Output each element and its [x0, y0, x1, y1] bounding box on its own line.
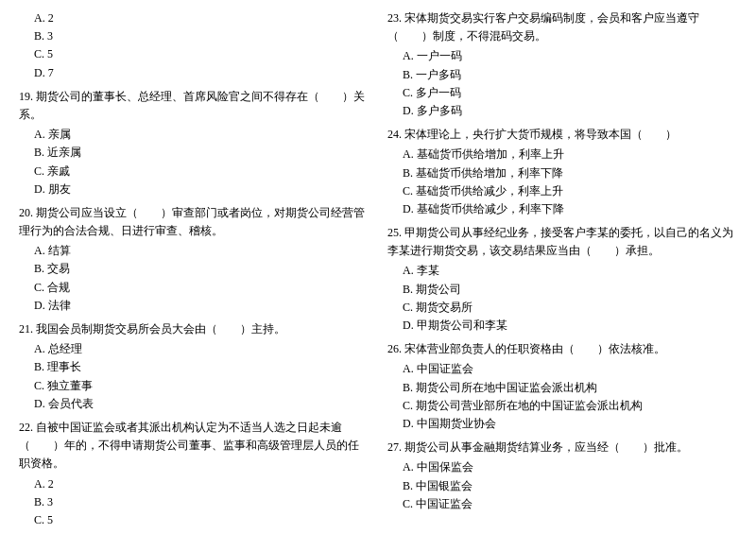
option-a1-d: D. 7 [19, 64, 369, 82]
option-24-d: D. 基础货币供给减少，利率下降 [387, 200, 737, 218]
question-26-title: 26. 宋体营业部负责人的任职资格由（ ）依法核准。 [387, 340, 737, 358]
option-26-b: B. 期货公司所在地中国证监会派出机构 [387, 379, 737, 397]
question-23-title: 23. 宋体期货交易实行客户交易编码制度，会员和客户应当遵守（ ）制度，不得混码… [387, 9, 737, 45]
option-20-c: C. 合规 [19, 279, 369, 297]
question-block-26: 26. 宋体营业部负责人的任职资格由（ ）依法核准。 A. 中国证监会 B. 期… [387, 340, 737, 433]
option-25-a: A. 李某 [387, 262, 737, 280]
option-27-a: A. 中国保监会 [387, 458, 737, 476]
question-19-title: 19. 期货公司的董事长、总经理、首席风险官之间不得存在（ ）关系。 [19, 88, 369, 124]
option-23-a: A. 一户一码 [387, 47, 737, 65]
option-27-b: B. 中国银监会 [387, 477, 737, 495]
question-21-title: 21. 我国会员制期货交易所会员大会由（ ）主持。 [19, 320, 369, 338]
option-a1-c: C. 5 [19, 45, 369, 63]
question-block-25: 25. 甲期货公司从事经纪业务，接受客户李某的委托，以自己的名义为李某进行期货交… [387, 224, 737, 335]
option-27-c: C. 中国证监会 [387, 495, 737, 513]
question-block-21: 21. 我国会员制期货交易所会员大会由（ ）主持。 A. 总经理 B. 理事长 … [19, 320, 369, 413]
option-23-c: C. 多户一码 [387, 84, 737, 102]
question-22-title: 22. 自被中国证监会或者其派出机构认定为不适当人选之日起未逾（ ）年的，不得申… [19, 419, 369, 474]
option-a1-a: A. 2 [19, 9, 369, 27]
option-21-d: D. 会员代表 [19, 395, 369, 413]
left-column: A. 2 B. 3 C. 5 D. 7 19. 期货公司的董事长、总经理、首席风… [19, 9, 378, 534]
option-19-a: A. 亲属 [19, 126, 369, 144]
option-22-d: D. 7 [19, 529, 369, 534]
option-22-b: B. 3 [19, 493, 369, 511]
option-24-c: C. 基础货币供给减少，利率上升 [387, 182, 737, 200]
question-block-24: 24. 宋体理论上，央行扩大货币规模，将导致本国（ ） A. 基础货币供给增加，… [387, 126, 737, 218]
option-22-c: C. 5 [19, 511, 369, 529]
option-24-b: B. 基础货币供给增加，利率下降 [387, 164, 737, 182]
option-20-a: A. 结算 [19, 242, 369, 260]
question-block-19: 19. 期货公司的董事长、总经理、首席风险官之间不得存在（ ）关系。 A. 亲属… [19, 88, 369, 198]
question-block-20: 20. 期货公司应当设立（ ）审查部门或者岗位，对期货公司经营管理行为的合法合规… [19, 204, 369, 315]
question-24-title: 24. 宋体理论上，央行扩大货币规模，将导致本国（ ） [387, 126, 737, 144]
option-20-b: B. 交易 [19, 260, 369, 278]
option-25-b: B. 期货公司 [387, 281, 737, 299]
question-block-27: 27. 期货公司从事金融期货结算业务，应当经（ ）批准。 A. 中国保监会 B.… [387, 439, 737, 513]
option-21-a: A. 总经理 [19, 340, 369, 358]
option-19-b: B. 近亲属 [19, 144, 369, 162]
question-block-22: 22. 自被中国证监会或者其派出机构认定为不适当人选之日起未逾（ ）年的，不得申… [19, 419, 369, 534]
question-27-title: 27. 期货公司从事金融期货结算业务，应当经（ ）批准。 [387, 439, 737, 456]
option-26-a: A. 中国证监会 [387, 360, 737, 378]
question-block-a1: A. 2 B. 3 C. 5 D. 7 [19, 9, 369, 82]
question-25-title: 25. 甲期货公司从事经纪业务，接受客户李某的委托，以自己的名义为李某进行期货交… [387, 224, 737, 260]
option-a1-b: B. 3 [19, 27, 369, 45]
option-21-c: C. 独立董事 [19, 377, 369, 395]
right-column: 23. 宋体期货交易实行客户交易编码制度，会员和客户应当遵守（ ）制度，不得混码… [378, 9, 737, 534]
option-19-d: D. 朋友 [19, 181, 369, 198]
question-20-title: 20. 期货公司应当设立（ ）审查部门或者岗位，对期货公司经营管理行为的合法合规… [19, 204, 369, 240]
option-24-a: A. 基础货币供给增加，利率上升 [387, 146, 737, 164]
option-26-d: D. 中国期货业协会 [387, 415, 737, 433]
option-25-d: D. 甲期货公司和李某 [387, 317, 737, 335]
option-26-c: C. 期货公司营业部所在地的中国证监会派出机构 [387, 397, 737, 415]
question-block-23: 23. 宋体期货交易实行客户交易编码制度，会员和客户应当遵守（ ）制度，不得混码… [387, 9, 737, 120]
option-20-d: D. 法律 [19, 297, 369, 315]
option-23-b: B. 一户多码 [387, 66, 737, 84]
option-23-d: D. 多户多码 [387, 102, 737, 120]
option-22-a: A. 2 [19, 475, 369, 493]
option-21-b: B. 理事长 [19, 358, 369, 376]
option-19-c: C. 亲戚 [19, 163, 369, 181]
option-25-c: C. 期货交易所 [387, 299, 737, 317]
